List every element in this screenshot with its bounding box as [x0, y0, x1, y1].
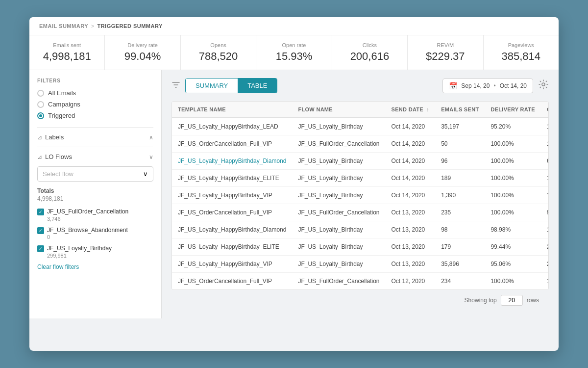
table-tab[interactable]: TABLE [238, 79, 277, 93]
flow-checkbox-2[interactable] [37, 245, 44, 252]
cell-emails-sent: 35,197 [435, 118, 485, 135]
flow-item-0: JF_US_FullOrder_Cancellation 3,746 [37, 208, 153, 222]
cell-send-date: Oct 13, 2020 [386, 204, 436, 221]
settings-icon[interactable] [538, 79, 549, 92]
stat-value: 15.93% [265, 50, 322, 63]
totals-value: 4,998,181 [37, 195, 153, 202]
cell-flow-name: JF_US_Loyalty_Birthday [292, 118, 385, 135]
cell-emails-sent: 235 [435, 204, 485, 221]
date-separator: • [493, 82, 495, 89]
breadcrumb-parent: EMAIL SUMMARY [39, 23, 88, 29]
cell-template-name: JF_US_Loyalty_HappyBirthday_Diamond [172, 153, 292, 170]
date-range-picker[interactable]: 📅 Sep 14, 20 • Oct 14, 20 [442, 79, 533, 93]
content-area: SUMMARY TABLE 📅 Sep 14, 20 • Oct 14, 20 [162, 70, 559, 318]
toolbar-right: 📅 Sep 14, 20 • Oct 14, 20 [442, 79, 549, 93]
stat-value: 99.04% [114, 50, 171, 63]
stat-label: Opens [190, 42, 247, 48]
labels-header-left: ⊿ Labels [37, 133, 64, 141]
table-header-row: TEMPLATE NAME FLOW NAME SEND DATE ↑ EMAI… [172, 102, 549, 118]
cell-delivery-rate: 98.98% [485, 221, 541, 238]
data-table: TEMPLATE NAME FLOW NAME SEND DATE ↑ EMAI… [172, 102, 549, 289]
radio-triggered[interactable]: Triggered [37, 112, 153, 119]
stat-item: Opens 788,520 [181, 35, 256, 70]
cell-emails-sent: 35,896 [435, 256, 485, 273]
radio-all-emails[interactable]: All Emails [37, 89, 153, 97]
labels-title: Labels [45, 133, 64, 141]
cell-opens: 94 [541, 204, 549, 221]
stats-bar: Emails sent 4,998,181 Delivery rate 99.0… [29, 35, 559, 70]
flow-info-1: JF_US_Browse_Abandonment 0 [47, 227, 128, 240]
stat-label: Delivery rate [114, 42, 171, 48]
labels-header[interactable]: ⊿ Labels ∧ [37, 128, 153, 147]
flow-name-0: JF_US_FullOrder_Cancellation [47, 208, 128, 216]
cell-flow-name: JF_US_Loyalty_Birthday [292, 256, 385, 273]
stat-item: Open rate 15.93% [256, 35, 332, 70]
cell-template-name: JF_US_OrderCancellation_Full_VIP [172, 273, 292, 290]
cell-template-name: JF_US_Loyalty_HappyBirthday_LEAD [172, 118, 292, 135]
cell-emails-sent: 189 [435, 170, 485, 187]
rows-input[interactable] [501, 295, 523, 306]
sort-icon: ↑ [426, 106, 429, 112]
flow-select[interactable]: Select flow ∨ [37, 166, 153, 182]
radio-label-triggered: Triggered [48, 112, 75, 119]
sidebar: FILTERS All Emails Campaigns Triggered [29, 70, 162, 318]
totals-section: Totals 4,998,181 [37, 187, 153, 202]
cell-delivery-rate: 100.00% [485, 273, 541, 290]
tab-group: SUMMARY TABLE [185, 78, 277, 93]
cell-send-date: Oct 14, 2020 [386, 153, 436, 170]
flow-item-1: JF_US_Browse_Abandonment 0 [37, 227, 153, 240]
cell-emails-sent: 1,390 [435, 187, 485, 204]
labels-chevron: ∧ [149, 134, 153, 141]
cell-delivery-rate: 100.00% [485, 135, 541, 153]
col-emails-sent: EMAILS SENT [435, 102, 485, 118]
stat-item: Delivery rate 99.04% [105, 35, 180, 70]
radio-label-all: All Emails [48, 89, 76, 97]
cell-template-name: JF_US_OrderCancellation_Full_VIP [172, 204, 292, 221]
table-row: JF_US_OrderCancellation_Full_VIP JF_US_F… [172, 273, 549, 290]
cell-delivery-rate: 100.00% [485, 204, 541, 221]
stat-label: Emails sent [38, 42, 96, 48]
col-send-date[interactable]: SEND DATE ↑ [386, 102, 436, 118]
filter-funnel-icon[interactable] [172, 80, 180, 91]
table-row: JF_US_Loyalty_HappyBirthday_ELITE JF_US_… [172, 238, 549, 256]
breadcrumb: EMAIL SUMMARY > TRIGGERED SUMMARY [29, 17, 559, 35]
flow-info-0: JF_US_FullOrder_Cancellation 3,746 [47, 208, 128, 222]
breadcrumb-current: TRIGGERED SUMMARY [97, 23, 162, 29]
flow-info-2: JF_US_Loyalty_Birthday 299,981 [47, 245, 112, 259]
table-row: JF_US_Loyalty_HappyBirthday_VIP JF_US_Lo… [172, 256, 549, 273]
cell-flow-name: JF_US_Loyalty_Birthday [292, 170, 385, 187]
main-content: FILTERS All Emails Campaigns Triggered [29, 70, 559, 318]
cell-opens: 18 [541, 221, 549, 238]
cell-delivery-rate: 95.20% [485, 118, 541, 135]
clear-flow-filters-link[interactable]: Clear flow filters [37, 263, 153, 270]
cell-template-name: JF_US_Loyalty_HappyBirthday_VIP [172, 187, 292, 204]
flow-list: JF_US_FullOrder_Cancellation 3,746 JF_US… [37, 208, 153, 259]
cell-delivery-rate: 99.44% [485, 238, 541, 256]
stat-value: 4,998,181 [38, 50, 96, 63]
lo-flows-header[interactable]: ⊿ LO Flows ∨ [37, 147, 153, 166]
flow-count-2: 299,981 [47, 253, 112, 259]
flow-checkbox-1[interactable] [37, 227, 44, 234]
flow-checkbox-0[interactable] [37, 209, 44, 215]
radio-group: All Emails Campaigns Triggered [37, 89, 153, 119]
cell-template-name: JF_US_Loyalty_HappyBirthday_Diamond [172, 221, 292, 238]
filter-icon-labels: ⊿ [37, 134, 42, 141]
table-row: JF_US_OrderCancellation_Full_VIP JF_US_F… [172, 135, 549, 153]
footer-bar: Showing top rows [172, 290, 549, 311]
lo-flows-section: ⊿ LO Flows ∨ Select flow ∨ Totals 4,998,… [37, 147, 153, 270]
stat-value: 200,616 [341, 50, 398, 63]
cell-send-date: Oct 12, 2020 [386, 273, 436, 290]
flow-select-placeholder: Select flow [43, 170, 74, 178]
labels-section: ⊿ Labels ∧ [37, 127, 153, 147]
table-row: JF_US_OrderCancellation_Full_VIP JF_US_F… [172, 204, 549, 221]
svg-point-0 [542, 83, 545, 86]
stat-label: Pageviews [492, 42, 550, 48]
cell-send-date: Oct 14, 2020 [386, 135, 436, 153]
stat-value: 788,520 [190, 50, 247, 63]
table-row: JF_US_Loyalty_HappyBirthday_VIP JF_US_Lo… [172, 187, 549, 204]
stat-item: REV/M $229.37 [408, 35, 483, 70]
radio-campaigns[interactable]: Campaigns [37, 101, 153, 108]
filter-icon-flows: ⊿ [37, 154, 42, 160]
summary-tab[interactable]: SUMMARY [186, 79, 238, 93]
col-template-name: TEMPLATE NAME [172, 102, 292, 118]
